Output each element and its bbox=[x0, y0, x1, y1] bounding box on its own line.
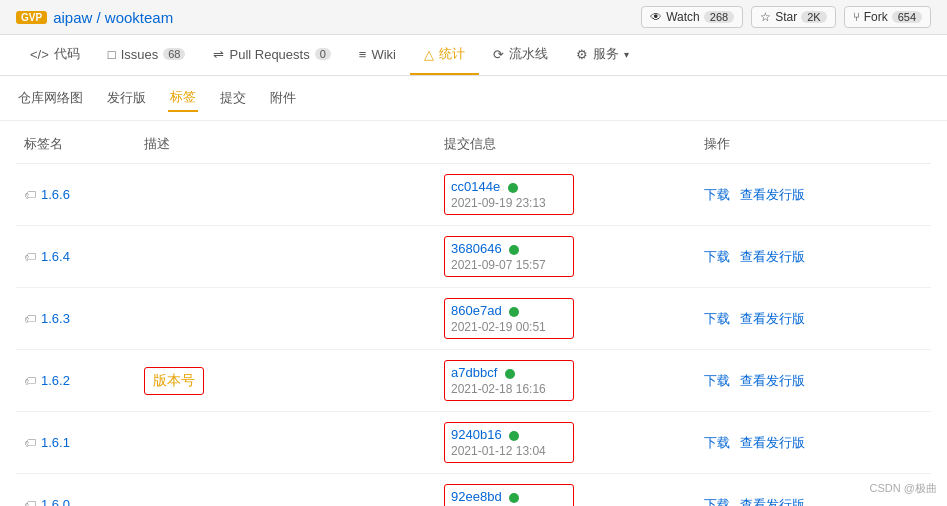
download-link[interactable]: 下载 bbox=[704, 372, 730, 390]
tab-issues[interactable]: □ Issues 68 bbox=[94, 37, 200, 74]
commit-date: 2021-09-19 23:13 bbox=[451, 196, 567, 210]
tag-name: 🏷 1.6.6 bbox=[24, 187, 128, 202]
download-link[interactable]: 下载 bbox=[704, 496, 730, 507]
table-row: 🏷 1.6.3 860e7ad 2021-02-19 00:51 下载查看发行版 bbox=[16, 288, 931, 350]
pullreqs-badge: 0 bbox=[315, 48, 331, 60]
wiki-icon: ≡ bbox=[359, 47, 367, 62]
tab-code[interactable]: </> 代码 bbox=[16, 35, 94, 75]
commit-cell: 9240b16 2021-01-12 13:04 bbox=[436, 412, 696, 474]
tag-icon: 🏷 bbox=[24, 436, 36, 450]
eye-icon: 👁 bbox=[650, 10, 662, 24]
commit-cell: 92ee8bd 2020-12-30 11:56 bbox=[436, 474, 696, 507]
tab-pullreqs-label: Pull Requests bbox=[229, 47, 309, 62]
sub-nav-tags[interactable]: 标签 bbox=[168, 84, 198, 112]
commit-hash-link[interactable]: cc0144e bbox=[451, 179, 500, 194]
commit-info-box: 860e7ad 2021-02-19 00:51 bbox=[444, 298, 574, 339]
watermark: CSDN @极曲 bbox=[870, 481, 937, 496]
actions-cell: 下载查看发行版 bbox=[696, 288, 931, 350]
view-release-link[interactable]: 查看发行版 bbox=[740, 434, 805, 452]
commit-status-dot bbox=[509, 493, 519, 503]
chevron-down-icon: ▾ bbox=[624, 49, 629, 60]
commit-hash-line: cc0144e bbox=[451, 179, 567, 194]
tag-link[interactable]: 1.6.2 bbox=[41, 373, 70, 388]
tab-service-label: 服务 bbox=[593, 45, 619, 63]
tag-cell: 🏷 1.6.4 bbox=[16, 226, 136, 288]
commit-status-dot bbox=[509, 307, 519, 317]
fork-button[interactable]: ⑂ Fork 654 bbox=[844, 6, 931, 28]
download-link[interactable]: 下载 bbox=[704, 310, 730, 328]
repo-actions: 👁 Watch 268 ☆ Star 2K ⑂ Fork 654 bbox=[641, 6, 931, 28]
commit-date: 2021-01-12 13:04 bbox=[451, 444, 567, 458]
commit-date: 2021-02-19 00:51 bbox=[451, 320, 567, 334]
view-release-link[interactable]: 查看发行版 bbox=[740, 186, 805, 204]
actions-cell: 下载查看发行版 bbox=[696, 350, 931, 412]
description-cell bbox=[136, 474, 436, 507]
tag-link[interactable]: 1.6.4 bbox=[41, 249, 70, 264]
table-row: 🏷 1.6.0 92ee8bd 2020-12-30 11:56 下载查看发行版 bbox=[16, 474, 931, 507]
table-row: 🏷 1.6.6 cc0144e 2021-09-19 23:13 下载查看发行版 bbox=[16, 164, 931, 226]
tag-cell: 🏷 1.6.2 bbox=[16, 350, 136, 412]
commit-cell: 860e7ad 2021-02-19 00:51 bbox=[436, 288, 696, 350]
top-header: GVP aipaw / wookteam 👁 Watch 268 ☆ Star … bbox=[0, 0, 947, 35]
sub-nav-commits[interactable]: 提交 bbox=[218, 85, 248, 111]
issues-icon: □ bbox=[108, 47, 116, 62]
col-operations: 操作 bbox=[696, 125, 931, 164]
table-header-row: 标签名 描述 提交信息 操作 bbox=[16, 125, 931, 164]
tag-icon: 🏷 bbox=[24, 374, 36, 388]
commit-status-dot bbox=[509, 431, 519, 441]
pullreqs-icon: ⇌ bbox=[213, 47, 224, 62]
commit-info-box: cc0144e 2021-09-19 23:13 bbox=[444, 174, 574, 215]
tab-wiki[interactable]: ≡ Wiki bbox=[345, 37, 410, 74]
tab-code-label: 代码 bbox=[54, 45, 80, 63]
view-release-link[interactable]: 查看发行版 bbox=[740, 496, 805, 507]
nav-tabs: </> 代码 □ Issues 68 ⇌ Pull Requests 0 ≡ W… bbox=[0, 35, 947, 76]
download-link[interactable]: 下载 bbox=[704, 434, 730, 452]
view-release-link[interactable]: 查看发行版 bbox=[740, 310, 805, 328]
download-link[interactable]: 下载 bbox=[704, 248, 730, 266]
tag-cell: 🏷 1.6.1 bbox=[16, 412, 136, 474]
sub-nav-attachments[interactable]: 附件 bbox=[268, 85, 298, 111]
tab-pipeline-label: 流水线 bbox=[509, 45, 548, 63]
watch-button[interactable]: 👁 Watch 268 bbox=[641, 6, 743, 28]
actions-cell: 下载查看发行版 bbox=[696, 164, 931, 226]
sub-nav-releases[interactable]: 发行版 bbox=[105, 85, 148, 111]
tag-name: 🏷 1.6.4 bbox=[24, 249, 128, 264]
action-links: 下载查看发行版 bbox=[704, 434, 923, 452]
tag-link[interactable]: 1.6.1 bbox=[41, 435, 70, 450]
commit-hash-link[interactable]: a7dbbcf bbox=[451, 365, 497, 380]
tab-pullreqs[interactable]: ⇌ Pull Requests 0 bbox=[199, 37, 344, 74]
actions-cell: 下载查看发行版 bbox=[696, 412, 931, 474]
tab-service[interactable]: ⚙ 服务 ▾ bbox=[562, 35, 643, 75]
commit-hash-link[interactable]: 3680646 bbox=[451, 241, 502, 256]
star-button[interactable]: ☆ Star 2K bbox=[751, 6, 835, 28]
commit-hash-link[interactable]: 860e7ad bbox=[451, 303, 502, 318]
tag-link[interactable]: 1.6.6 bbox=[41, 187, 70, 202]
description-cell bbox=[136, 226, 436, 288]
col-description: 描述 bbox=[136, 125, 436, 164]
pipeline-icon: ⟳ bbox=[493, 47, 504, 62]
tab-pipeline[interactable]: ⟳ 流水线 bbox=[479, 35, 562, 75]
action-links: 下载查看发行版 bbox=[704, 248, 923, 266]
tag-icon: 🏷 bbox=[24, 312, 36, 326]
view-release-link[interactable]: 查看发行版 bbox=[740, 372, 805, 390]
commit-hash-link[interactable]: 9240b16 bbox=[451, 427, 502, 442]
download-link[interactable]: 下载 bbox=[704, 186, 730, 204]
tag-link[interactable]: 1.6.0 bbox=[41, 497, 70, 506]
sub-nav-network[interactable]: 仓库网络图 bbox=[16, 85, 85, 111]
tab-stats[interactable]: △ 统计 bbox=[410, 35, 479, 75]
commit-info-box: 9240b16 2021-01-12 13:04 bbox=[444, 422, 574, 463]
tag-icon: 🏷 bbox=[24, 498, 36, 507]
description-cell bbox=[136, 164, 436, 226]
view-release-link[interactable]: 查看发行版 bbox=[740, 248, 805, 266]
sub-nav: 仓库网络图 发行版 标签 提交 附件 bbox=[0, 76, 947, 121]
tag-link[interactable]: 1.6.3 bbox=[41, 311, 70, 326]
table-row: 🏷 1.6.2 版本号 a7dbbcf 2021-02-18 16:16 下载查… bbox=[16, 350, 931, 412]
commit-hash-link[interactable]: 92ee8bd bbox=[451, 489, 502, 504]
gvp-badge: GVP bbox=[16, 11, 47, 24]
star-icon: ☆ bbox=[760, 10, 771, 24]
commit-hash-line: 860e7ad bbox=[451, 303, 567, 318]
tags-table: 标签名 描述 提交信息 操作 🏷 1.6.6 cc0144e 2021-09-1… bbox=[16, 125, 931, 506]
action-links: 下载查看发行版 bbox=[704, 496, 923, 507]
tag-icon: 🏷 bbox=[24, 188, 36, 202]
tag-cell: 🏷 1.6.3 bbox=[16, 288, 136, 350]
